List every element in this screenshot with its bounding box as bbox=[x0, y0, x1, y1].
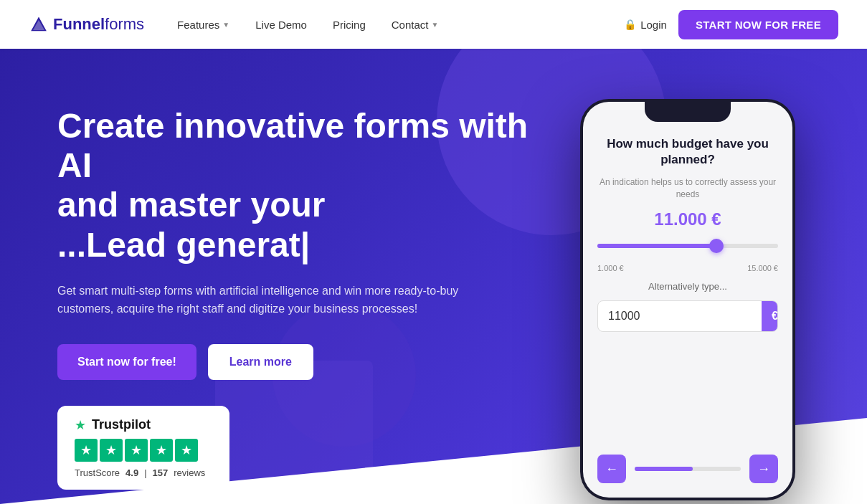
nav-features[interactable]: Features ▼ bbox=[167, 13, 240, 37]
slider-fill bbox=[597, 244, 716, 248]
learn-more-button[interactable]: Learn more bbox=[208, 344, 313, 380]
tp-star-5: ★ bbox=[175, 439, 198, 462]
phone-input-row[interactable]: € bbox=[597, 300, 778, 332]
hero-buttons: Start now for free! Learn more bbox=[57, 344, 566, 380]
slider-max-label: 15.000 € bbox=[747, 264, 778, 272]
hero-left: Create innovative forms with AI and mast… bbox=[57, 92, 566, 490]
phone-content: How much budget have you planned? An ind… bbox=[583, 102, 792, 498]
nav-pricing-label: Pricing bbox=[333, 19, 366, 31]
phone-progress-track bbox=[635, 467, 741, 471]
phone-currency-symbol: € bbox=[762, 301, 778, 331]
tp-star-3: ★ bbox=[125, 439, 148, 462]
nav-right: 🔒 Login START NOW FOR FREE bbox=[624, 10, 838, 39]
hero-section: Create innovative forms with AI and mast… bbox=[0, 49, 867, 504]
lock-icon: 🔒 bbox=[624, 19, 636, 30]
phone-progress-fill bbox=[635, 467, 693, 471]
phone-next-button[interactable]: → bbox=[749, 455, 778, 483]
nav-live-demo[interactable]: Live Demo bbox=[245, 13, 317, 37]
reviews-label: reviews bbox=[174, 467, 205, 478]
chevron-down-icon: ▼ bbox=[222, 21, 229, 29]
reviews-count: 157 bbox=[153, 467, 169, 478]
phone-nav: ← → bbox=[597, 447, 778, 483]
phone-wrapper: How much budget have you planned? An ind… bbox=[580, 99, 795, 500]
phone-amount: 11.000 € bbox=[597, 209, 778, 229]
chevron-down-icon-contact: ▼ bbox=[431, 21, 438, 29]
trust-score-value: 4.9 bbox=[125, 467, 138, 478]
nav-pricing[interactable]: Pricing bbox=[323, 13, 376, 37]
phone-notch bbox=[645, 102, 731, 122]
nav-live-demo-label: Live Demo bbox=[255, 19, 307, 31]
trust-score-label: TrustScore bbox=[75, 467, 120, 478]
hero-title-line3: ...Lead generat| bbox=[57, 226, 310, 264]
phone-budget-input[interactable] bbox=[598, 301, 762, 331]
trustpilot-logo: Trustpilot bbox=[92, 417, 151, 432]
slider-min-label: 1.000 € bbox=[597, 264, 624, 272]
hero-title: Create innovative forms with AI and mast… bbox=[57, 106, 566, 265]
tp-star-1: ★ bbox=[75, 439, 98, 462]
slider-thumb[interactable] bbox=[709, 239, 724, 253]
logo-forms: forms bbox=[105, 15, 144, 33]
phone-back-button[interactable]: ← bbox=[597, 455, 626, 483]
trustpilot-box: ★ Trustpilot ★ ★ ★ ★ ★ TrustScore 4.9 | … bbox=[57, 406, 229, 490]
logo-text: Funnelforms bbox=[53, 15, 144, 34]
tp-star-4: ★ bbox=[150, 439, 173, 462]
hero-title-line2: and master your bbox=[57, 186, 325, 224]
navbar: Funnelforms Features ▼ Live Demo Pricing… bbox=[0, 0, 867, 49]
tp-star-2: ★ bbox=[100, 439, 123, 462]
login-label: Login bbox=[640, 19, 667, 31]
logo-funnel: Funnel bbox=[53, 15, 105, 33]
nav-features-label: Features bbox=[177, 19, 219, 31]
trustpilot-stars: ★ ★ ★ ★ ★ bbox=[75, 439, 212, 462]
trust-score-separator: | bbox=[144, 467, 146, 478]
hero-title-line1: Create innovative forms with AI bbox=[57, 107, 528, 184]
phone-screen: How much budget have you planned? An ind… bbox=[583, 102, 792, 498]
start-now-button[interactable]: START NOW FOR FREE bbox=[678, 10, 838, 39]
start-free-button[interactable]: Start now for free! bbox=[57, 344, 196, 380]
phone-question: How much budget have you planned? bbox=[597, 136, 778, 168]
phone-alt-label: Alternatively type... bbox=[597, 281, 778, 292]
trustpilot-star-icon: ★ bbox=[75, 417, 86, 433]
phone-frame: How much budget have you planned? An ind… bbox=[580, 99, 795, 500]
logo-icon bbox=[29, 14, 49, 34]
phone-hint: An indication helps us to correctly asse… bbox=[597, 176, 778, 201]
logo[interactable]: Funnelforms bbox=[29, 14, 144, 34]
trustpilot-score-row: TrustScore 4.9 | 157 reviews bbox=[75, 467, 212, 478]
slider-labels: 1.000 € 15.000 € bbox=[597, 264, 778, 272]
nav-contact[interactable]: Contact ▼ bbox=[382, 13, 449, 37]
trustpilot-header: ★ Trustpilot bbox=[75, 417, 212, 433]
hero-right: How much budget have you planned? An ind… bbox=[566, 92, 810, 500]
nav-links: Features ▼ Live Demo Pricing Contact ▼ bbox=[167, 13, 601, 37]
login-button[interactable]: 🔒 Login bbox=[624, 19, 667, 31]
slider-track[interactable] bbox=[597, 244, 778, 248]
nav-contact-label: Contact bbox=[392, 19, 429, 31]
hero-subtitle: Get smart multi-step forms with artifici… bbox=[57, 282, 459, 318]
